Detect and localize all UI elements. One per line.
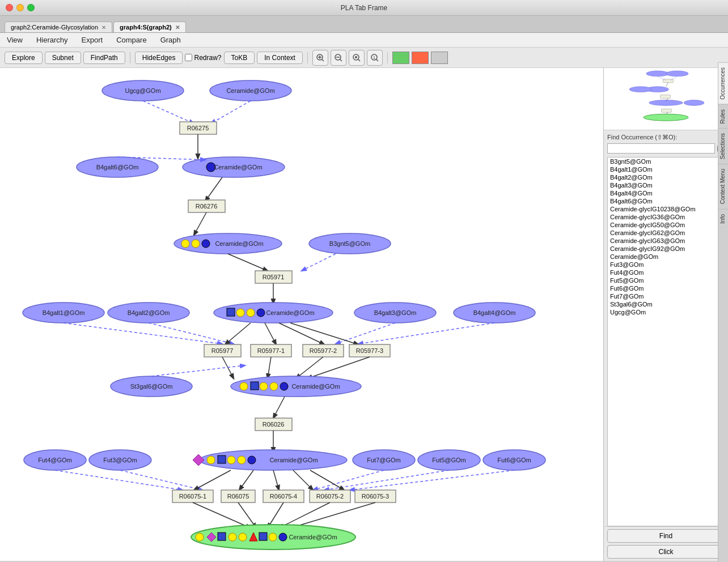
svg-line-28 bbox=[205, 177, 222, 201]
list-item[interactable]: Ceramide-glycIG50@GOm bbox=[608, 221, 724, 229]
tab-graph2[interactable]: graph2:Ceramide-Glycosylation ✕ bbox=[5, 22, 112, 32]
svg-line-77 bbox=[307, 357, 370, 378]
minimap-svg bbox=[604, 68, 728, 130]
list-item[interactable]: Fut6@GOm bbox=[608, 284, 724, 292]
list-item[interactable]: Ceramide-glycIG92@GOm bbox=[608, 245, 724, 253]
list-item[interactable]: B4galt2@GOm bbox=[608, 173, 724, 181]
svg-text:R05977-1: R05977-1 bbox=[257, 347, 285, 354]
svg-point-9 bbox=[355, 56, 357, 58]
tab-graph4-close[interactable]: ✕ bbox=[175, 24, 180, 31]
svg-line-117 bbox=[273, 470, 279, 490]
zoom-in-button[interactable] bbox=[312, 50, 328, 66]
svg-point-102 bbox=[248, 456, 256, 464]
list-item[interactable]: St3gal6@GOm bbox=[608, 300, 724, 308]
svg-rect-152 bbox=[661, 95, 671, 99]
color-swatch-red[interactable] bbox=[412, 52, 429, 64]
subnet-button[interactable]: Subnet bbox=[45, 52, 81, 64]
svg-line-87 bbox=[151, 365, 245, 376]
list-item[interactable]: Fut3@GOm bbox=[608, 261, 724, 269]
svg-line-76 bbox=[296, 357, 323, 378]
svg-line-17 bbox=[143, 101, 194, 124]
svg-line-8 bbox=[358, 59, 360, 61]
svg-point-52 bbox=[257, 309, 265, 317]
list-item[interactable]: Ugcg@GOm bbox=[608, 308, 724, 316]
menu-hierarchy[interactable]: Hierarchy bbox=[34, 35, 70, 45]
tab-selections[interactable]: Selections bbox=[718, 128, 728, 164]
zoom-1-button[interactable]: 1 bbox=[367, 50, 383, 66]
tab-context-menu[interactable]: Context Menu bbox=[718, 164, 728, 208]
panel-buttons: Find Click bbox=[604, 526, 728, 561]
redraw-checkbox[interactable] bbox=[185, 54, 192, 61]
list-item[interactable]: B4galt3@GOm bbox=[608, 181, 724, 189]
find-button[interactable]: Find bbox=[607, 529, 725, 543]
list-item[interactable]: B3gnt5@GOm bbox=[608, 157, 724, 165]
main-area: Ugcg@GOm Ceramide@GOm R06275 B4galt6@GOm… bbox=[0, 68, 728, 561]
menu-export[interactable]: Export bbox=[79, 35, 105, 45]
svg-text:St3gal6@GOm: St3gal6@GOm bbox=[130, 383, 173, 390]
minimize-button[interactable] bbox=[16, 4, 24, 11]
tab-graph4-label: graph4:S(graph2) bbox=[120, 24, 172, 31]
color-swatch-gray[interactable] bbox=[431, 52, 448, 64]
tab-rules[interactable]: Rules bbox=[718, 104, 728, 129]
svg-line-60 bbox=[336, 323, 395, 344]
tab-occurrences[interactable]: Occurrences bbox=[718, 68, 728, 104]
list-item[interactable]: Fut7@GOm bbox=[608, 292, 724, 300]
color-swatch-green[interactable] bbox=[392, 52, 409, 64]
occurrence-list[interactable]: B3gnt5@GOmB4galt1@GOmB4galt2@GOmB4galt3@… bbox=[607, 157, 725, 526]
svg-point-81 bbox=[240, 382, 248, 390]
svg-text:Ceramide@GOm: Ceramide@GOm bbox=[226, 87, 274, 94]
svg-line-5 bbox=[340, 59, 342, 61]
list-item[interactable]: Ceramide-glycIG10238@GOm bbox=[608, 205, 724, 213]
svg-text:B4galt2@GOm: B4galt2@GOm bbox=[128, 309, 170, 316]
minimap bbox=[604, 68, 728, 130]
svg-point-154 bbox=[684, 100, 704, 105]
zoom-out-button[interactable] bbox=[331, 50, 346, 66]
list-item[interactable]: B4galt1@GOm bbox=[608, 165, 724, 173]
svg-point-143 bbox=[269, 533, 277, 541]
svg-point-153 bbox=[649, 100, 683, 105]
menu-view[interactable]: View bbox=[5, 35, 25, 45]
tokb-button[interactable]: ToKB bbox=[224, 52, 255, 64]
tab-graph2-close[interactable]: ✕ bbox=[101, 24, 106, 31]
zoom-fit-button[interactable] bbox=[349, 50, 365, 66]
list-item[interactable]: B4galt6@GOm bbox=[608, 197, 724, 205]
list-item[interactable]: Ceramide-glycIG63@GOm bbox=[608, 237, 724, 245]
svg-text:R06075-3: R06075-3 bbox=[362, 493, 389, 500]
svg-text:Fut3@GOm: Fut3@GOm bbox=[103, 457, 137, 463]
svg-point-35 bbox=[202, 240, 210, 248]
svg-text:R05977: R05977 bbox=[211, 347, 234, 354]
svg-line-11 bbox=[376, 59, 378, 61]
svg-point-140 bbox=[239, 533, 247, 541]
svg-marker-97 bbox=[193, 454, 204, 466]
incontext-button[interactable]: In Context bbox=[257, 52, 303, 64]
svg-text:Ugcg@GOm: Ugcg@GOm bbox=[125, 87, 160, 94]
svg-point-147 bbox=[646, 71, 669, 76]
tab-graph4[interactable]: graph4:S(graph2) ✕ bbox=[113, 22, 186, 32]
graph-canvas[interactable]: Ugcg@GOm Ceramide@GOm R06275 B4galt6@GOm… bbox=[0, 68, 603, 561]
close-button[interactable] bbox=[6, 4, 13, 11]
list-item[interactable]: Fut4@GOm bbox=[608, 269, 724, 276]
findpath-button[interactable]: FindPath bbox=[83, 52, 125, 64]
find-input[interactable] bbox=[607, 143, 715, 154]
click-button[interactable]: Click bbox=[607, 545, 725, 559]
svg-text:R06075-1: R06075-1 bbox=[179, 493, 206, 500]
list-item[interactable]: Fut5@GOm bbox=[608, 276, 724, 284]
tab-info[interactable]: Info bbox=[718, 209, 728, 228]
list-item[interactable]: Ceramide-glycIG62@GOm bbox=[608, 229, 724, 237]
svg-line-62 bbox=[225, 323, 251, 344]
window-controls[interactable] bbox=[6, 4, 35, 11]
menu-compare[interactable]: Compare bbox=[114, 35, 149, 45]
list-item[interactable]: B4galt4@GOm bbox=[608, 189, 724, 197]
hideedges-button[interactable]: HideEdges bbox=[135, 52, 183, 64]
list-item[interactable]: Ceramide-glycIG36@GOm bbox=[608, 213, 724, 221]
menu-graph[interactable]: Graph bbox=[158, 35, 183, 45]
zoom-out-icon bbox=[334, 53, 343, 62]
explore-button[interactable]: Explore bbox=[5, 52, 43, 64]
list-item[interactable]: Ceramide@GOm bbox=[608, 253, 724, 261]
svg-point-33 bbox=[181, 240, 189, 248]
svg-point-100 bbox=[227, 456, 235, 464]
svg-point-156 bbox=[644, 114, 688, 121]
svg-point-148 bbox=[666, 71, 689, 76]
svg-line-115 bbox=[194, 470, 231, 490]
maximize-button[interactable] bbox=[27, 4, 35, 11]
